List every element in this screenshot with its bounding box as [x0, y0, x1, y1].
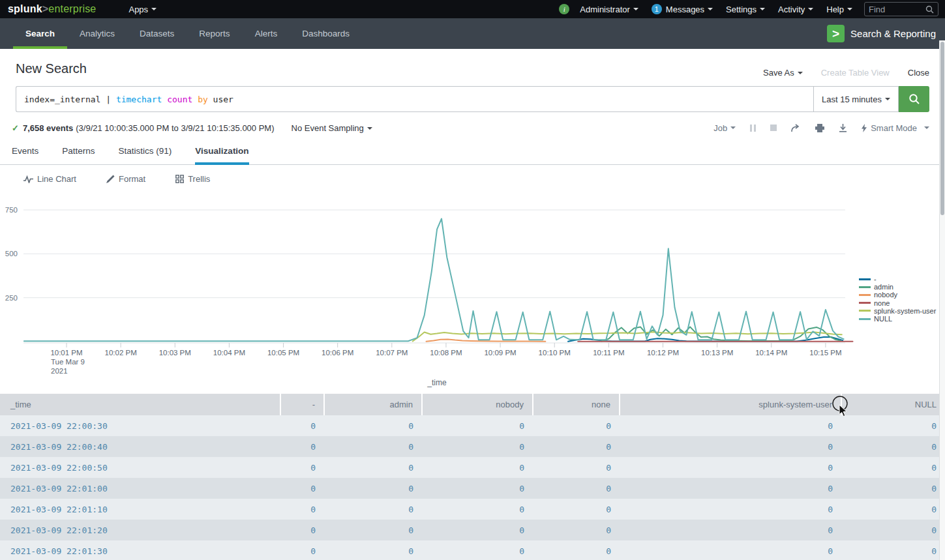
cell-value[interactable]: 0	[422, 436, 533, 457]
cell-value[interactable]: 0	[422, 457, 533, 478]
cell-value[interactable]: 0	[533, 478, 620, 499]
info-icon[interactable]: i	[559, 4, 569, 14]
cell-value[interactable]: 0	[841, 478, 945, 499]
cell-value[interactable]: 0	[841, 415, 945, 436]
search-mode-menu[interactable]: Smart Mode	[862, 123, 929, 133]
apps-menu[interactable]: Apps	[122, 0, 163, 18]
cell-value[interactable]: 0	[841, 540, 945, 560]
cell-value[interactable]: 0	[841, 436, 945, 457]
cell-time[interactable]: 2021-03-09 22:00:50	[0, 457, 280, 478]
activity-menu[interactable]: Activity	[772, 0, 820, 18]
cell-time[interactable]: 2021-03-09 22:01:00	[0, 478, 280, 499]
cell-value[interactable]: 0	[533, 499, 620, 520]
cell-value[interactable]: 0	[620, 457, 841, 478]
event-sampling-menu[interactable]: No Event Sampling	[292, 123, 372, 133]
save-as-button[interactable]: Save As	[763, 68, 803, 78]
cell-value[interactable]: 0	[620, 499, 841, 520]
legend-item-splunk-system-user[interactable]: splunk-system-user	[859, 307, 936, 315]
cell-value[interactable]: 0	[620, 436, 841, 457]
app-nav-tab-dashboards[interactable]: Dashboards	[290, 18, 362, 49]
export-button[interactable]	[839, 124, 847, 132]
cell-value[interactable]: 0	[280, 540, 324, 560]
cell-value[interactable]: 0	[280, 457, 324, 478]
pause-button[interactable]	[750, 125, 756, 132]
settings-menu[interactable]: Settings	[719, 0, 772, 18]
app-nav-tab-alerts[interactable]: Alerts	[243, 18, 290, 49]
app-nav-tab-search[interactable]: Search	[13, 18, 67, 49]
column-header-null[interactable]: NULL	[841, 394, 945, 415]
column-header-admin[interactable]: admin	[324, 394, 422, 415]
scrollbar-thumb[interactable]	[940, 42, 944, 215]
legend-item-nobody[interactable]: nobody	[859, 291, 936, 299]
stop-button[interactable]	[770, 125, 777, 131]
legend-item-null[interactable]: NULL	[859, 315, 936, 323]
column-header-splunk-system-user[interactable]: splunk-system-user	[620, 394, 841, 415]
administrator-menu[interactable]: Administrator	[573, 0, 645, 18]
result-tab-events[interactable]: Events	[12, 145, 38, 164]
cell-time[interactable]: 2021-03-09 22:01:10	[0, 499, 280, 520]
cell-value[interactable]: 0	[620, 415, 841, 436]
close-button[interactable]: Close	[908, 68, 929, 78]
legend-item-admin[interactable]: admin	[859, 283, 936, 291]
cell-value[interactable]: 0	[280, 415, 324, 436]
legend-item--[interactable]: -	[859, 275, 936, 283]
cell-value[interactable]: 0	[620, 540, 841, 560]
column-header-none[interactable]: none	[533, 394, 620, 415]
cell-value[interactable]: 0	[533, 415, 620, 436]
cell-value[interactable]: 0	[280, 436, 324, 457]
cell-value[interactable]: 0	[841, 457, 945, 478]
app-brand[interactable]: > Search & Reporting	[827, 18, 945, 49]
cell-time[interactable]: 2021-03-09 22:00:40	[0, 436, 280, 457]
search-query-input[interactable]: index=_internal | timechart count by use…	[16, 86, 813, 112]
column-header--[interactable]: -	[280, 394, 324, 415]
vertical-scrollbar[interactable]	[939, 40, 945, 560]
share-button[interactable]	[791, 124, 801, 132]
cell-time[interactable]: 2021-03-09 22:00:30	[0, 415, 280, 436]
column-header-nobody[interactable]: nobody	[422, 394, 533, 415]
cell-value[interactable]: 0	[422, 499, 533, 520]
cell-value[interactable]: 0	[841, 499, 945, 520]
print-button[interactable]	[815, 124, 824, 132]
cell-value[interactable]: 0	[533, 520, 620, 540]
job-menu[interactable]: Job	[713, 123, 736, 133]
cell-value[interactable]: 0	[533, 436, 620, 457]
time-range-picker[interactable]: Last 15 minutes	[813, 86, 899, 112]
cell-value[interactable]: 0	[324, 415, 422, 436]
cell-value[interactable]: 0	[324, 457, 422, 478]
cell-value[interactable]: 0	[324, 478, 422, 499]
cell-value[interactable]: 0	[324, 540, 422, 560]
format-button[interactable]: Format	[106, 173, 145, 184]
cell-value[interactable]: 0	[841, 520, 945, 540]
cell-value[interactable]: 0	[422, 540, 533, 560]
cell-value[interactable]: 0	[533, 457, 620, 478]
help-menu[interactable]: Help	[820, 0, 859, 18]
cell-time[interactable]: 2021-03-09 22:01:20	[0, 520, 280, 540]
result-tab-patterns[interactable]: Patterns	[62, 145, 95, 164]
find-input[interactable]: Find	[864, 2, 938, 16]
column-header--time[interactable]: _time	[0, 394, 280, 415]
result-tab-statistics-[interactable]: Statistics (91)	[119, 145, 172, 164]
cell-value[interactable]: 0	[620, 520, 841, 540]
cell-value[interactable]: 0	[280, 478, 324, 499]
cell-time[interactable]: 2021-03-09 22:01:30	[0, 540, 280, 560]
app-nav-tab-datasets[interactable]: Datasets	[127, 18, 187, 49]
chart-type-button[interactable]: Line Chart	[23, 173, 76, 184]
cell-value[interactable]: 0	[324, 520, 422, 540]
cell-value[interactable]: 0	[280, 520, 324, 540]
app-nav-tab-reports[interactable]: Reports	[187, 18, 242, 49]
result-tab-visualization[interactable]: Visualization	[195, 145, 248, 164]
legend-item-none[interactable]: none	[859, 299, 936, 307]
cell-value[interactable]: 0	[324, 436, 422, 457]
cell-value[interactable]: 0	[533, 540, 620, 560]
trellis-button[interactable]: Trellis	[175, 173, 210, 184]
cell-value[interactable]: 0	[324, 499, 422, 520]
cell-value[interactable]: 0	[280, 499, 324, 520]
search-button[interactable]	[899, 86, 929, 112]
cell-value[interactable]: 0	[422, 478, 533, 499]
messages-menu[interactable]: 1Messages	[645, 0, 719, 18]
splunk-logo[interactable]: splunk>enterprise	[8, 3, 96, 15]
cell-value[interactable]: 0	[620, 478, 841, 499]
cell-value[interactable]: 0	[422, 415, 533, 436]
app-nav-tab-analytics[interactable]: Analytics	[67, 18, 127, 49]
cell-value[interactable]: 0	[422, 520, 533, 540]
